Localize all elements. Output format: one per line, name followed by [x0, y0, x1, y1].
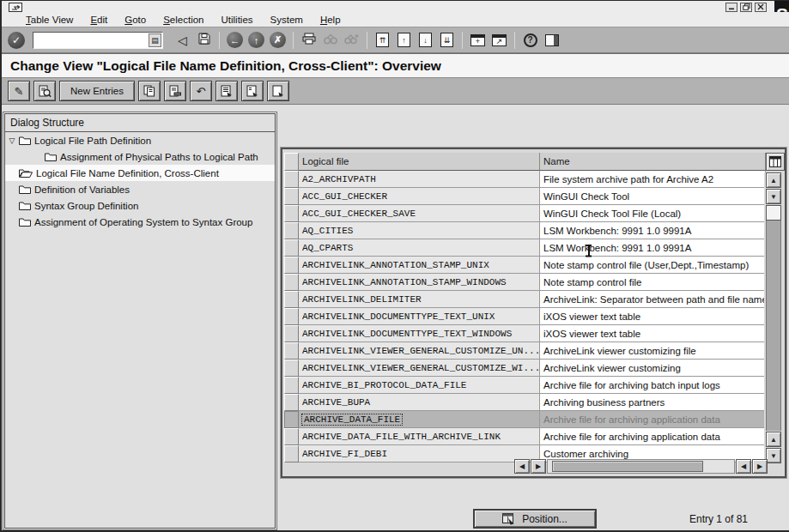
row-selector[interactable] [284, 205, 299, 222]
row-selector[interactable] [284, 394, 299, 411]
create-shortcut-icon[interactable]: ↗ [489, 30, 510, 51]
undo-icon[interactable]: ↶ [190, 81, 212, 101]
new-entries-button[interactable]: New Entries [59, 81, 135, 101]
name-cell[interactable]: LSM Workbench: 9991 1.0 9991A [540, 222, 766, 239]
help-icon[interactable]: ? [519, 30, 541, 51]
scroll-left-icon[interactable]: ◀ [514, 459, 530, 474]
restore-button[interactable] [740, 3, 752, 12]
logical-file-cell[interactable]: AQ_CITIES [299, 222, 540, 239]
select-all-icon[interactable] [215, 81, 238, 101]
vertical-scroll-track[interactable] [766, 221, 781, 431]
row-selector[interactable] [284, 171, 299, 188]
exit-icon[interactable]: ↑ [246, 30, 267, 51]
expander-icon[interactable]: ▽ [5, 136, 19, 145]
name-cell[interactable]: WinGUI Check Tool [540, 188, 766, 205]
horizontal-scroll-track[interactable] [547, 459, 735, 474]
row-selector[interactable] [284, 222, 299, 239]
name-cell[interactable]: Archiving business partners [540, 394, 766, 411]
scroll-up-icon-bottom[interactable]: ▲ [766, 432, 781, 447]
command-input[interactable] [33, 33, 149, 47]
logical-file-cell[interactable]: ARCHIVE_BI_PROTOCOL_DATA_FILE [299, 377, 540, 394]
tree-item-definition-of-variables[interactable]: Definition of Variables [5, 181, 275, 197]
row-selector[interactable] [284, 428, 299, 445]
last-page-icon[interactable]: ⇊ [436, 30, 458, 51]
row-selector[interactable] [284, 325, 299, 342]
name-cell[interactable]: WinGUI Check Tool File (Local) [540, 205, 766, 222]
logical-file-cell[interactable]: ARCHIVE_DATA_FILE [299, 411, 540, 428]
cancel-icon[interactable]: ✗ [267, 30, 288, 51]
logical-file-cell[interactable]: ACC_GUI_CHECKER_SAVE [299, 205, 540, 222]
name-cell[interactable]: ArchiveLink viewer customizing file [540, 342, 766, 360]
name-cell[interactable]: Note stamp control file [540, 274, 766, 291]
delete-icon[interactable] [164, 81, 186, 101]
command-history-icon[interactable]: ▤ [149, 33, 161, 47]
enter-icon[interactable]: ✓ [8, 32, 25, 49]
logical-file-cell[interactable]: ARCHIVELINK_DELIMITER [299, 291, 540, 308]
tree-item-logical-file-name-definition-cross-clien[interactable]: Logical File Name Definition, Cross-Clie… [5, 165, 275, 181]
customize-layout-icon[interactable] [541, 30, 562, 51]
scroll-right-icon[interactable]: ▶ [531, 459, 546, 474]
save-icon[interactable] [193, 30, 215, 51]
logical-file-cell[interactable]: AQ_CPARTS [299, 239, 540, 257]
column-header-name[interactable]: Name [540, 153, 766, 171]
logical-file-cell[interactable]: ARCHIVE_BUPA [299, 394, 540, 411]
menu-table-view[interactable]: Table View [17, 14, 82, 26]
menu-goto[interactable]: Goto [116, 14, 155, 26]
select-all-rows-button[interactable] [284, 153, 299, 171]
scroll-right-icon-right[interactable]: ▶ [752, 459, 768, 474]
copy-as-icon[interactable] [138, 81, 161, 101]
change-display-toggle-icon[interactable]: ✎ [8, 81, 30, 101]
row-selector[interactable] [284, 360, 299, 377]
previous-page-icon[interactable]: ↑ [393, 30, 415, 51]
name-cell[interactable]: LSM Workbench: 9991 1.0 9991A [540, 239, 766, 257]
table-settings-icon[interactable] [766, 153, 785, 171]
tree-item-syntax-group-definition[interactable]: Syntax Group Definition [5, 197, 275, 214]
name-cell[interactable]: Archive file for archiving application d… [540, 411, 766, 428]
row-selector[interactable] [284, 188, 299, 205]
name-cell[interactable]: Note stamp control file (User,Dept.,Time… [540, 257, 766, 274]
name-cell[interactable]: ArchiveLink viewer customizing [540, 360, 766, 377]
logical-file-cell[interactable]: ARCHIVELINK_ANNOTATION_STAMP_WINDOWS [299, 274, 540, 291]
scroll-left-icon-right[interactable]: ◀ [736, 459, 751, 474]
row-selector[interactable] [284, 308, 299, 325]
first-page-icon[interactable]: ⇈ [372, 30, 393, 51]
name-cell[interactable]: File system archive path for Archive A2 [540, 171, 766, 188]
logical-file-cell[interactable]: A2_ARCHIVPATH [299, 171, 540, 188]
next-page-icon[interactable]: ↓ [415, 30, 436, 51]
command-field[interactable]: ▤ [33, 32, 163, 49]
row-selector[interactable] [284, 291, 299, 308]
menu-help[interactable]: Help [312, 14, 349, 26]
display-icon[interactable] [33, 81, 56, 101]
hide-command-field-icon[interactable]: ◁ [172, 30, 193, 51]
vertical-scroll-thumb[interactable] [766, 205, 781, 221]
minimize-button[interactable] [725, 3, 737, 12]
name-cell[interactable]: Archive file for archiving application d… [540, 428, 766, 445]
close-button[interactable] [755, 3, 767, 12]
new-session-icon[interactable]: + [467, 30, 489, 51]
row-selector[interactable] [284, 239, 299, 257]
scroll-down-icon[interactable]: ▼ [766, 189, 781, 204]
row-selector[interactable] [284, 377, 299, 394]
system-menu-icon[interactable] [9, 3, 22, 12]
tree-item-logical-file-path-definition[interactable]: ▽Logical File Path Definition [5, 132, 275, 148]
menu-selection[interactable]: Selection [155, 14, 212, 26]
column-header-logical-file[interactable]: Logical file [299, 153, 540, 171]
scroll-down-icon-bottom[interactable]: ▼ [766, 448, 781, 463]
menu-utilities[interactable]: Utilities [213, 14, 262, 26]
row-selector[interactable] [284, 342, 299, 360]
name-cell[interactable]: iXOS viewer text table [540, 325, 766, 342]
row-selector[interactable] [284, 411, 299, 428]
deselect-all-icon[interactable] [267, 81, 289, 101]
tree-item-assignment-of-physical-paths-to-logical-[interactable]: Assignment of Physical Paths to Logical … [5, 148, 275, 165]
logical-file-cell[interactable]: ARCHIVELINK_ANNOTATION_STAMP_UNIX [299, 257, 540, 274]
row-selector[interactable] [284, 274, 299, 291]
menu-system[interactable]: System [262, 14, 312, 26]
horizontal-scroll-thumb[interactable] [552, 461, 703, 472]
print-icon[interactable] [298, 30, 319, 51]
menu-edit[interactable]: Edit [82, 14, 116, 26]
select-block-icon[interactable] [241, 81, 264, 101]
logical-file-cell[interactable]: ARCHIVELINK_VIEWER_GENERAL_CUSTOMIZE_UN.… [299, 342, 540, 360]
logical-file-cell[interactable]: ARCHIVELINK_DOCUMENTTYPE_TEXT_WINDOWS [299, 325, 540, 342]
row-selector[interactable] [284, 257, 299, 274]
logical-file-cell[interactable]: ARCHIVELINK_DOCUMENTTYPE_TEXT_UNIX [299, 308, 540, 325]
